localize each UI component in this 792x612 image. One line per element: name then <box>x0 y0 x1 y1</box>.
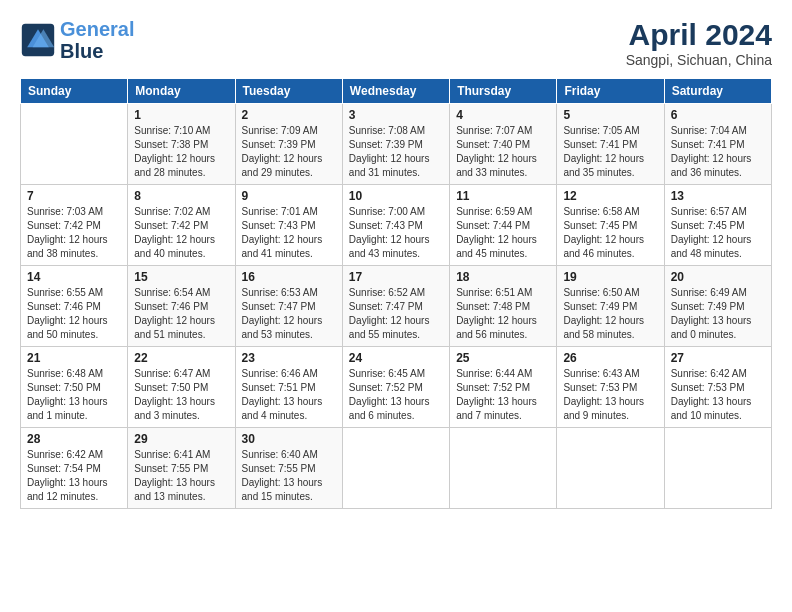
day-number: 21 <box>27 351 121 365</box>
calendar-cell: 25Sunrise: 6:44 AMSunset: 7:52 PMDayligh… <box>450 347 557 428</box>
day-number: 20 <box>671 270 765 284</box>
day-number: 26 <box>563 351 657 365</box>
day-number: 7 <box>27 189 121 203</box>
day-info: Sunrise: 6:41 AMSunset: 7:55 PMDaylight:… <box>134 448 228 504</box>
day-number: 3 <box>349 108 443 122</box>
day-number: 22 <box>134 351 228 365</box>
calendar-cell: 26Sunrise: 6:43 AMSunset: 7:53 PMDayligh… <box>557 347 664 428</box>
day-info: Sunrise: 7:08 AMSunset: 7:39 PMDaylight:… <box>349 124 443 180</box>
day-info: Sunrise: 6:49 AMSunset: 7:49 PMDaylight:… <box>671 286 765 342</box>
day-info: Sunrise: 7:05 AMSunset: 7:41 PMDaylight:… <box>563 124 657 180</box>
logo: General Blue <box>20 18 134 62</box>
calendar-cell: 7Sunrise: 7:03 AMSunset: 7:42 PMDaylight… <box>21 185 128 266</box>
calendar-cell: 22Sunrise: 6:47 AMSunset: 7:50 PMDayligh… <box>128 347 235 428</box>
day-info: Sunrise: 7:02 AMSunset: 7:42 PMDaylight:… <box>134 205 228 261</box>
day-number: 8 <box>134 189 228 203</box>
day-info: Sunrise: 7:03 AMSunset: 7:42 PMDaylight:… <box>27 205 121 261</box>
day-info: Sunrise: 6:55 AMSunset: 7:46 PMDaylight:… <box>27 286 121 342</box>
calendar-cell: 19Sunrise: 6:50 AMSunset: 7:49 PMDayligh… <box>557 266 664 347</box>
day-number: 12 <box>563 189 657 203</box>
calendar-header-sunday: Sunday <box>21 79 128 104</box>
calendar-cell: 3Sunrise: 7:08 AMSunset: 7:39 PMDaylight… <box>342 104 449 185</box>
day-number: 25 <box>456 351 550 365</box>
calendar-cell: 16Sunrise: 6:53 AMSunset: 7:47 PMDayligh… <box>235 266 342 347</box>
day-info: Sunrise: 6:51 AMSunset: 7:48 PMDaylight:… <box>456 286 550 342</box>
main-title: April 2024 <box>626 18 772 52</box>
calendar-cell: 20Sunrise: 6:49 AMSunset: 7:49 PMDayligh… <box>664 266 771 347</box>
day-number: 23 <box>242 351 336 365</box>
calendar-cell: 23Sunrise: 6:46 AMSunset: 7:51 PMDayligh… <box>235 347 342 428</box>
calendar-cell: 6Sunrise: 7:04 AMSunset: 7:41 PMDaylight… <box>664 104 771 185</box>
day-info: Sunrise: 6:50 AMSunset: 7:49 PMDaylight:… <box>563 286 657 342</box>
day-number: 14 <box>27 270 121 284</box>
day-info: Sunrise: 6:43 AMSunset: 7:53 PMDaylight:… <box>563 367 657 423</box>
calendar-week-2: 7Sunrise: 7:03 AMSunset: 7:42 PMDaylight… <box>21 185 772 266</box>
day-info: Sunrise: 6:54 AMSunset: 7:46 PMDaylight:… <box>134 286 228 342</box>
day-number: 5 <box>563 108 657 122</box>
day-number: 28 <box>27 432 121 446</box>
calendar-cell: 21Sunrise: 6:48 AMSunset: 7:50 PMDayligh… <box>21 347 128 428</box>
day-number: 13 <box>671 189 765 203</box>
calendar-header-monday: Monday <box>128 79 235 104</box>
calendar-cell: 5Sunrise: 7:05 AMSunset: 7:41 PMDaylight… <box>557 104 664 185</box>
day-info: Sunrise: 6:59 AMSunset: 7:44 PMDaylight:… <box>456 205 550 261</box>
day-number: 15 <box>134 270 228 284</box>
calendar-header-wednesday: Wednesday <box>342 79 449 104</box>
calendar-cell: 27Sunrise: 6:42 AMSunset: 7:53 PMDayligh… <box>664 347 771 428</box>
calendar-table: SundayMondayTuesdayWednesdayThursdayFrid… <box>20 78 772 509</box>
page: General Blue April 2024 Sangpi, Sichuan,… <box>0 0 792 612</box>
calendar-cell <box>342 428 449 509</box>
day-number: 9 <box>242 189 336 203</box>
day-info: Sunrise: 7:00 AMSunset: 7:43 PMDaylight:… <box>349 205 443 261</box>
day-info: Sunrise: 6:44 AMSunset: 7:52 PMDaylight:… <box>456 367 550 423</box>
calendar-week-1: 1Sunrise: 7:10 AMSunset: 7:38 PMDaylight… <box>21 104 772 185</box>
day-number: 18 <box>456 270 550 284</box>
day-info: Sunrise: 6:48 AMSunset: 7:50 PMDaylight:… <box>27 367 121 423</box>
logo-icon <box>20 22 56 58</box>
calendar-cell: 18Sunrise: 6:51 AMSunset: 7:48 PMDayligh… <box>450 266 557 347</box>
day-number: 16 <box>242 270 336 284</box>
calendar-cell: 10Sunrise: 7:00 AMSunset: 7:43 PMDayligh… <box>342 185 449 266</box>
calendar-cell: 1Sunrise: 7:10 AMSunset: 7:38 PMDaylight… <box>128 104 235 185</box>
header: General Blue April 2024 Sangpi, Sichuan,… <box>20 18 772 68</box>
calendar-cell: 24Sunrise: 6:45 AMSunset: 7:52 PMDayligh… <box>342 347 449 428</box>
calendar-cell: 13Sunrise: 6:57 AMSunset: 7:45 PMDayligh… <box>664 185 771 266</box>
calendar-cell: 12Sunrise: 6:58 AMSunset: 7:45 PMDayligh… <box>557 185 664 266</box>
calendar-cell: 11Sunrise: 6:59 AMSunset: 7:44 PMDayligh… <box>450 185 557 266</box>
calendar-cell: 9Sunrise: 7:01 AMSunset: 7:43 PMDaylight… <box>235 185 342 266</box>
day-info: Sunrise: 6:52 AMSunset: 7:47 PMDaylight:… <box>349 286 443 342</box>
day-number: 10 <box>349 189 443 203</box>
day-number: 1 <box>134 108 228 122</box>
calendar-cell: 2Sunrise: 7:09 AMSunset: 7:39 PMDaylight… <box>235 104 342 185</box>
calendar-week-4: 21Sunrise: 6:48 AMSunset: 7:50 PMDayligh… <box>21 347 772 428</box>
day-info: Sunrise: 6:53 AMSunset: 7:47 PMDaylight:… <box>242 286 336 342</box>
calendar-cell: 28Sunrise: 6:42 AMSunset: 7:54 PMDayligh… <box>21 428 128 509</box>
day-info: Sunrise: 6:58 AMSunset: 7:45 PMDaylight:… <box>563 205 657 261</box>
calendar-cell <box>557 428 664 509</box>
calendar-cell <box>450 428 557 509</box>
day-info: Sunrise: 7:10 AMSunset: 7:38 PMDaylight:… <box>134 124 228 180</box>
calendar-cell <box>664 428 771 509</box>
calendar-cell: 30Sunrise: 6:40 AMSunset: 7:55 PMDayligh… <box>235 428 342 509</box>
day-number: 11 <box>456 189 550 203</box>
calendar-header-row: SundayMondayTuesdayWednesdayThursdayFrid… <box>21 79 772 104</box>
day-number: 6 <box>671 108 765 122</box>
day-info: Sunrise: 6:57 AMSunset: 7:45 PMDaylight:… <box>671 205 765 261</box>
day-number: 27 <box>671 351 765 365</box>
day-info: Sunrise: 6:47 AMSunset: 7:50 PMDaylight:… <box>134 367 228 423</box>
day-number: 29 <box>134 432 228 446</box>
calendar-cell: 15Sunrise: 6:54 AMSunset: 7:46 PMDayligh… <box>128 266 235 347</box>
calendar-cell <box>21 104 128 185</box>
calendar-header-saturday: Saturday <box>664 79 771 104</box>
calendar-cell: 29Sunrise: 6:41 AMSunset: 7:55 PMDayligh… <box>128 428 235 509</box>
day-number: 24 <box>349 351 443 365</box>
calendar-header-tuesday: Tuesday <box>235 79 342 104</box>
day-info: Sunrise: 6:42 AMSunset: 7:54 PMDaylight:… <box>27 448 121 504</box>
calendar-cell: 14Sunrise: 6:55 AMSunset: 7:46 PMDayligh… <box>21 266 128 347</box>
day-number: 4 <box>456 108 550 122</box>
calendar-cell: 17Sunrise: 6:52 AMSunset: 7:47 PMDayligh… <box>342 266 449 347</box>
day-info: Sunrise: 6:45 AMSunset: 7:52 PMDaylight:… <box>349 367 443 423</box>
calendar-week-5: 28Sunrise: 6:42 AMSunset: 7:54 PMDayligh… <box>21 428 772 509</box>
day-info: Sunrise: 7:09 AMSunset: 7:39 PMDaylight:… <box>242 124 336 180</box>
day-number: 17 <box>349 270 443 284</box>
